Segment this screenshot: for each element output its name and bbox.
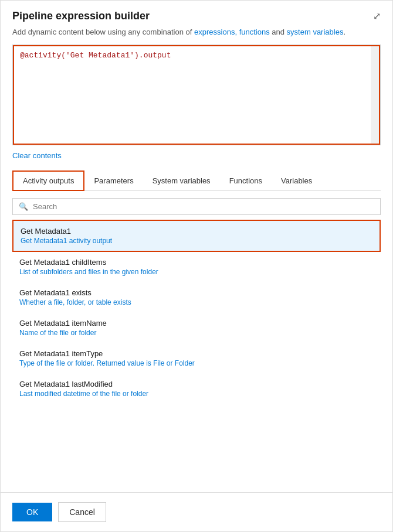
expression-text: @activity('Get Metadata1').output bbox=[20, 51, 171, 60]
tab-variables[interactable]: Variables bbox=[272, 172, 321, 190]
list-item-4-title: Get Metadata1 itemName bbox=[19, 319, 374, 328]
system-variables-link[interactable]: system variables bbox=[287, 28, 344, 36]
tab-activity-outputs[interactable]: Activity outputs bbox=[12, 170, 84, 191]
list-item-3-desc: Whether a file, folder, or table exists bbox=[19, 298, 374, 306]
tab-system-variables[interactable]: System variables bbox=[143, 172, 220, 190]
functions-link[interactable]: functions bbox=[239, 28, 270, 36]
scrollbar[interactable] bbox=[371, 46, 379, 144]
list-item-5-title: Get Metadata1 itemType bbox=[19, 349, 374, 358]
subtitle-text-and: and bbox=[270, 28, 287, 36]
expression-area: @activity('Get Metadata1').output bbox=[12, 45, 381, 145]
tabs-row: Activity outputs Parameters System varia… bbox=[12, 170, 381, 191]
clear-contents-link[interactable]: Clear contents bbox=[12, 151, 381, 160]
cancel-button[interactable]: Cancel bbox=[58, 502, 106, 522]
ok-button[interactable]: OK bbox=[12, 503, 52, 521]
pipeline-expression-builder: Pipeline expression builder ⤢ Add dynami… bbox=[0, 0, 393, 532]
list-item-4-desc: Name of the file or folder bbox=[19, 329, 374, 337]
expressions-link[interactable]: expressions, bbox=[194, 28, 237, 36]
subtitle-text-before: Add dynamic content below using any comb… bbox=[12, 28, 194, 36]
expression-editor[interactable]: @activity('Get Metadata1').output bbox=[13, 45, 380, 145]
tabs-section: Activity outputs Parameters System varia… bbox=[12, 170, 381, 191]
list-item-5-desc: Type of the file or folder. Returned val… bbox=[19, 359, 374, 367]
header: Pipeline expression builder ⤢ bbox=[1, 1, 392, 27]
list-item-2-title: Get Metadata1 childItems bbox=[19, 258, 374, 267]
search-section: 🔍 bbox=[12, 198, 381, 215]
list-item-6[interactable]: Get Metadata1 lastModified Last modified… bbox=[12, 374, 381, 404]
list-item-3-title: Get Metadata1 exists bbox=[19, 288, 374, 297]
subtitle: Add dynamic content below using any comb… bbox=[1, 27, 392, 45]
list-item-1-title: Get Metadata1 bbox=[21, 227, 372, 236]
footer: OK Cancel bbox=[1, 492, 392, 531]
list-item-1-desc: Get Metadata1 activity output bbox=[21, 237, 372, 245]
list-item-2-desc: List of subfolders and files in the give… bbox=[19, 268, 374, 276]
list-item-5[interactable]: Get Metadata1 itemType Type of the file … bbox=[12, 343, 381, 374]
tab-parameters[interactable]: Parameters bbox=[84, 172, 143, 190]
list-item-1[interactable]: Get Metadata1 Get Metadata1 activity out… bbox=[12, 220, 381, 252]
search-icon: 🔍 bbox=[19, 202, 28, 211]
list-item-2[interactable]: Get Metadata1 childItems List of subfold… bbox=[12, 252, 381, 282]
list-item-6-title: Get Metadata1 lastModified bbox=[19, 380, 374, 388]
list-item-3[interactable]: Get Metadata1 exists Whether a file, fol… bbox=[12, 282, 381, 313]
list-item-4[interactable]: Get Metadata1 itemName Name of the file … bbox=[12, 313, 381, 343]
list-section: Get Metadata1 Get Metadata1 activity out… bbox=[12, 220, 381, 492]
subtitle-text-after: . bbox=[343, 28, 345, 36]
tab-functions[interactable]: Functions bbox=[220, 172, 272, 190]
expand-icon[interactable]: ⤢ bbox=[373, 11, 381, 22]
search-box: 🔍 bbox=[12, 198, 381, 215]
list-item-6-desc: Last modified datetime of the file or fo… bbox=[19, 390, 374, 398]
page-title: Pipeline expression builder bbox=[12, 10, 150, 22]
search-input[interactable] bbox=[33, 202, 374, 211]
